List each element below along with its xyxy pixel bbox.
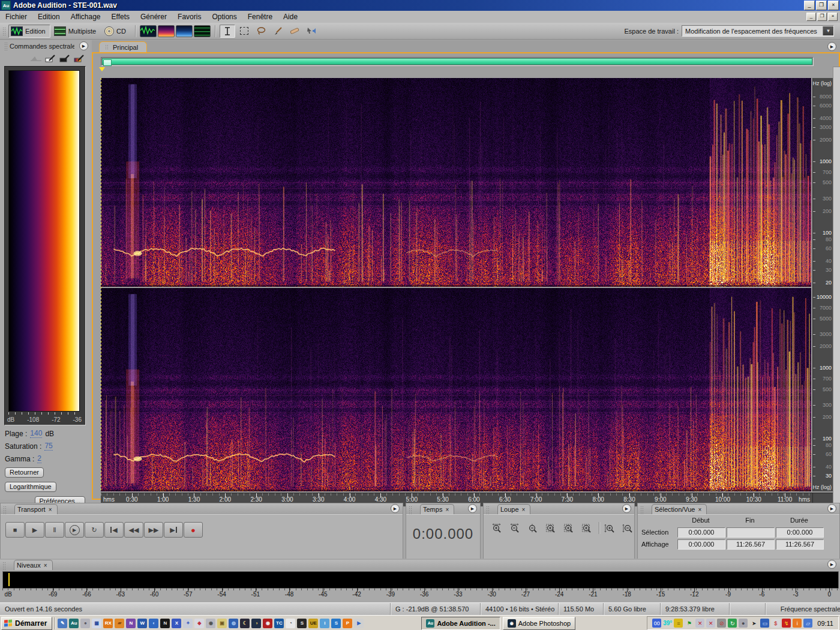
audition-icon[interactable]: Au [69,619,79,628]
effects-paintbrush-tool[interactable] [270,25,286,38]
plage-value[interactable]: 140 [30,429,42,438]
level-meter[interactable] [2,571,839,589]
document-close-button[interactable]: × [828,13,838,21]
spectrogram-right-channel[interactable] [101,288,811,491]
spectral-frequency-view-button[interactable] [158,25,175,37]
spectral-phase-view-button[interactable] [194,25,211,37]
horizontal-scrollbar[interactable] [101,57,814,66]
loupe-menu-button[interactable]: ▶ [622,504,631,513]
globe-icon[interactable]: ◍ [229,619,238,628]
workspace-combo[interactable]: Modification de l'espacement des fréquen… [682,25,834,37]
zoom-out-horizontal-button[interactable] [506,521,523,535]
document-restore-button[interactable]: ❐ [817,13,827,21]
zoom-in-left-edge-button[interactable] [560,521,577,535]
menu-fichier[interactable]: Fichier [0,11,32,22]
zoom-in-horizontal-button[interactable] [488,521,505,535]
playhead-line[interactable] [101,78,101,491]
retourner-button[interactable]: Retourner [5,467,44,478]
gamma-value[interactable]: 2 [37,454,41,463]
lasso-selection-tool[interactable] [253,25,269,38]
calculator-icon[interactable]: ▦ [92,619,101,628]
menu-options[interactable]: Options [206,11,242,22]
marquee-selection-tool[interactable] [236,25,252,38]
spectral-pen-black-button[interactable] [59,55,71,62]
messenger-person-icon[interactable]: i [320,619,329,628]
frequency-ruler[interactable]: Hz (log) 8000600040003000200010007005003… [812,78,833,491]
affichage-duree-field[interactable]: 11:26.567 [776,539,824,550]
media-sphere-icon[interactable]: ● [80,619,90,628]
affichage-fin-field[interactable]: 11:26.567 [727,539,775,550]
update-arrows-icon[interactable]: ↻ [728,619,737,628]
taskbar-task-0[interactable]: AuAdobe Audition -... [421,617,500,630]
menu-affichage[interactable]: Affichage [65,11,106,22]
window-maximize-button[interactable]: ❐ [816,1,827,10]
blue-folder-icon[interactable]: ▱ [803,619,812,628]
close-icon[interactable]: × [522,506,526,513]
selection-debut-field[interactable]: 0:00.000 [677,527,725,538]
record-button[interactable]: ● [184,522,203,538]
document-minimize-button[interactable]: _ [806,13,816,21]
scanner-mouse-icon[interactable]: ● [739,619,748,628]
zoom-to-selection-button[interactable] [542,521,559,535]
tab-transport[interactable]: Transport × [14,504,58,514]
selection-fin-field[interactable] [727,527,775,538]
red-eye-icon[interactable]: ◉ [263,619,272,628]
input-pad-icon[interactable]: ✎ [58,619,67,628]
menu-fentre[interactable]: Fenêtre [242,11,278,22]
play-from-cursor-button[interactable]: ▶ [65,522,84,538]
niveaux-menu-button[interactable]: ▶ [827,560,836,569]
star-burst-icon[interactable]: ✦ [183,619,193,628]
browser-planet-icon[interactable]: ◐ [149,619,158,628]
selection-vue-menu-button[interactable]: ▶ [827,504,836,513]
scrub-tool[interactable] [304,25,319,38]
logarithmique-button[interactable]: Logarithmique [5,482,56,492]
cd-view-button[interactable]: CD [102,25,131,38]
rewind-button[interactable]: ◀◀ [124,522,143,538]
word-icon[interactable]: W [137,619,147,628]
spectral-pen-gradient-button[interactable] [74,55,85,62]
affichage-debut-field[interactable]: 0:00.000 [677,539,725,550]
edition-view-button[interactable]: Edition [8,25,50,38]
sbp-icon[interactable]: S [297,619,307,628]
orange-person-icon[interactable]: i [793,619,802,628]
panel-grip[interactable] [4,42,7,50]
spectral-palette[interactable]: dB-108-72-36 [4,66,86,425]
transport-menu-button[interactable]: ▶ [391,504,400,513]
tc-icon[interactable]: TC [274,619,284,628]
s-wave-icon[interactable]: S [331,619,341,628]
play-button[interactable]: ▶ [25,522,44,538]
editor-panel-menu-button[interactable]: ▶ [827,42,836,51]
cursor-spark-icon[interactable]: ➤ [749,619,758,628]
ue-gold-icon[interactable]: UE [308,619,318,628]
zoom-in-right-edge-button[interactable] [578,521,595,535]
folder-orange-icon[interactable]: ▰ [115,619,124,628]
window-minimize-button[interactable]: _ [804,1,815,10]
menu-gnrer[interactable]: Générer [135,11,172,22]
diamond-icon[interactable]: ◆ [194,619,204,628]
network-disconnected-icon-2[interactable]: ✕ [706,619,715,628]
green-flag-icon[interactable]: ⚑ [685,619,694,628]
spectral-pen-white-button[interactable] [45,55,56,62]
window-close-button[interactable]: × [828,1,839,10]
tools-x-icon[interactable]: X [172,619,181,628]
stop-button[interactable]: ■ [5,522,25,538]
horizontal-scrollbar-thumb[interactable] [102,58,812,65]
display-settings-icon[interactable]: ▭ [760,619,769,628]
menu-effets[interactable]: Effets [106,11,135,22]
tab-selection-vue[interactable]: Sélection/Vue × [652,504,707,514]
nero-icon[interactable]: N [160,619,170,628]
close-icon[interactable]: × [445,506,449,513]
start-button[interactable]: Démarrer [1,617,52,630]
tab-niveaux[interactable]: Niveaux × [14,560,53,570]
waveform-view-button[interactable] [140,25,157,37]
dark-globe-icon[interactable]: ◑ [251,619,261,628]
close-icon[interactable]: × [49,506,52,513]
saturation-value[interactable]: 75 [44,442,52,451]
onenote-icon[interactable]: N [126,619,136,628]
time-selection-tool[interactable] [220,25,235,38]
buffer-bars-icon[interactable]: ≡ [674,619,683,628]
menu-edition[interactable]: Edition [32,11,65,22]
spectral-pan-view-button[interactable] [176,25,193,37]
blocked-icon[interactable]: ⊘ [717,619,726,628]
multipiste-view-button[interactable]: Multipiste [52,25,101,38]
